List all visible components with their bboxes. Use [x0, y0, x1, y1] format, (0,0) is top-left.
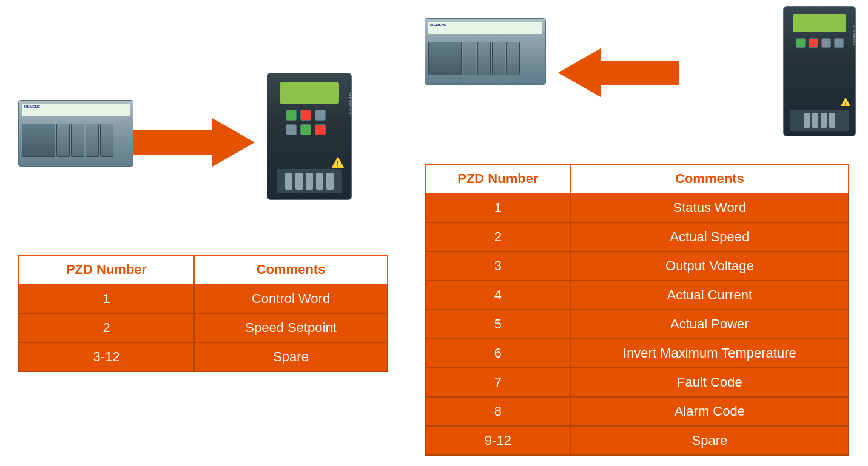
arrow-right	[133, 118, 255, 167]
table-row: 5Actual Power	[425, 310, 849, 339]
comment: Fault Code	[571, 368, 849, 397]
svg-text:!: !	[845, 101, 847, 106]
arrow-left	[558, 48, 679, 97]
table-row: 3-12Spare	[19, 342, 388, 371]
svg-text:!: !	[337, 161, 338, 167]
svg-marker-3	[558, 48, 679, 97]
pzd-number: 2	[19, 313, 194, 342]
left-table-header-row: PZD Number Comments	[19, 255, 388, 284]
table-row: 7Fault Code	[425, 368, 849, 397]
left-table: PZD Number Comments 1Control Word2Speed …	[18, 255, 388, 372]
table-row: 1Control Word	[19, 284, 388, 313]
comment: Actual Speed	[571, 222, 849, 251]
table-row: 2Speed Setpoint	[19, 313, 388, 342]
right-table: PZD Number Comments 1Status Word2Actual …	[425, 164, 849, 456]
pzd-number: 1	[19, 284, 194, 313]
vfd-image-left: ! SIEMENS	[267, 73, 352, 200]
table-row: 6Invert Maximum Temperature	[425, 339, 849, 368]
page-container: ! SIEMENS PZD Number Comments 1Control W…	[0, 0, 868, 466]
left-side: ! SIEMENS PZD Number Comments 1Control W…	[0, 0, 412, 466]
comment: Invert Maximum Temperature	[571, 339, 849, 368]
right-table-header-col2: Comments	[571, 164, 849, 193]
pzd-number: 2	[425, 222, 571, 251]
pzd-number: 4	[425, 281, 571, 310]
comment: Actual Current	[571, 281, 849, 310]
left-table-header-col1: PZD Number	[19, 255, 194, 284]
right-table-header-row: PZD Number Comments	[425, 164, 849, 193]
table-row: 4Actual Current	[425, 281, 849, 310]
pzd-number: 7	[425, 368, 571, 397]
table-row: 9-12Spare	[425, 426, 849, 455]
pzd-number: 9-12	[425, 426, 571, 455]
table-row: 3Output Voltage	[425, 251, 849, 281]
table-row: 1Status Word	[425, 193, 849, 222]
table-row: 8Alarm Code	[425, 397, 849, 426]
pzd-number: 3-12	[19, 342, 194, 371]
plc-image-right	[425, 18, 546, 94]
right-table-header-col1: PZD Number	[425, 164, 571, 193]
pzd-number: 1	[425, 193, 571, 222]
comment: Speed Setpoint	[194, 313, 388, 342]
comment: Spare	[194, 342, 388, 371]
left-table-header-col2: Comments	[194, 255, 388, 284]
comment: Spare	[571, 426, 849, 455]
pzd-number: 8	[425, 397, 571, 426]
pzd-number: 5	[425, 310, 571, 339]
plc-image-left	[18, 100, 133, 179]
right-side: ! SIEMENS PZD Number Comments 1Status Wo…	[412, 0, 868, 466]
comment: Output Voltage	[571, 251, 849, 281]
comment: Status Word	[571, 193, 849, 222]
vfd-image-right: ! SIEMENS	[783, 6, 856, 139]
pzd-number: 6	[425, 339, 571, 368]
table-row: 2Actual Speed	[425, 222, 849, 251]
comment: Control Word	[194, 284, 388, 313]
comment: Actual Power	[571, 310, 849, 339]
svg-marker-0	[133, 118, 255, 167]
comment: Alarm Code	[571, 397, 849, 426]
pzd-number: 3	[425, 251, 571, 281]
